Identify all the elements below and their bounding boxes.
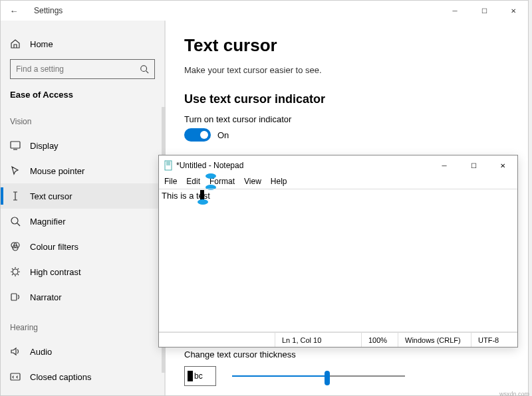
closed-captions-icon: [10, 371, 21, 382]
thickness-slider[interactable]: [232, 369, 405, 383]
display-icon: [10, 140, 21, 151]
menu-file[interactable]: File: [164, 177, 177, 186]
sidebar-item-home[interactable]: Home: [1, 33, 164, 55]
notepad-close-button[interactable]: ✕: [488, 155, 517, 175]
menu-view[interactable]: View: [244, 177, 261, 186]
notepad-title: *Untitled - Notepad: [176, 161, 243, 170]
page-title: Text cursor: [184, 35, 509, 56]
notepad-minimize-button[interactable]: ─: [430, 155, 459, 175]
notepad-menubar: File Edit Format View Help: [159, 175, 517, 189]
sidebar-item-magnifier[interactable]: Magnifier: [1, 209, 164, 234]
magnifier-icon: [10, 216, 21, 227]
section-hearing: Hearing: [1, 319, 164, 339]
category-title: Ease of Access: [1, 86, 164, 113]
sidebar-item-high-contrast[interactable]: High contrast: [1, 259, 164, 284]
high-contrast-icon: [10, 266, 21, 277]
narrator-icon: [10, 292, 21, 302]
home-icon: [10, 39, 21, 49]
sidebar-item-display[interactable]: Display: [1, 133, 164, 158]
thickness-cursor-bar: [188, 371, 193, 381]
text-cursor-icon: [10, 191, 21, 201]
audio-icon: [10, 346, 21, 357]
slider-thumb[interactable]: [325, 371, 330, 385]
status-zoom: 100%: [361, 333, 398, 347]
back-button[interactable]: ←: [1, 6, 27, 16]
toggle-state: On: [217, 130, 229, 140]
indicator-label: Turn on text cursor indicator: [184, 114, 509, 124]
status-eol: Windows (CRLF): [398, 333, 471, 347]
notepad-icon: [163, 160, 174, 171]
notepad-statusbar: Ln 1, Col 10 100% Windows (CRLF) UTF-8: [159, 332, 517, 347]
search-field[interactable]: [16, 64, 140, 74]
svg-point-6: [13, 269, 18, 274]
svg-rect-7: [11, 294, 17, 300]
indicator-heading: Use text cursor indicator: [184, 92, 509, 106]
settings-app-title: Settings: [27, 6, 63, 15]
thickness-preview: bc: [184, 366, 216, 386]
sidebar-item-mouse-pointer[interactable]: Mouse pointer: [1, 158, 164, 183]
colour-filters-icon: [10, 241, 21, 252]
notepad-titlebar[interactable]: *Untitled - Notepad ─ ☐ ✕: [159, 155, 517, 175]
svg-rect-8: [11, 373, 20, 380]
settings-titlebar: ← Settings ─ ☐ ✕: [1, 1, 528, 21]
sidebar-item-colour-filters[interactable]: Colour filters: [1, 234, 164, 259]
mouse-pointer-icon: [10, 165, 21, 176]
home-label: Home: [30, 39, 53, 49]
svg-rect-1: [11, 142, 20, 148]
status-position: Ln 1, Col 10: [275, 333, 361, 347]
search-icon: [140, 64, 149, 74]
search-input[interactable]: [10, 59, 155, 79]
watermark: wsxdn.com: [499, 391, 529, 396]
minimize-button[interactable]: ─: [440, 1, 469, 21]
menu-help[interactable]: Help: [271, 177, 287, 186]
indicator-toggle[interactable]: [184, 128, 211, 142]
text-cursor-with-indicator: [200, 189, 215, 219]
sidebar-item-narrator[interactable]: Narrator: [1, 284, 164, 310]
sidebar-item-audio[interactable]: Audio: [1, 339, 164, 364]
sidebar-item-text-cursor[interactable]: Text cursor: [1, 183, 164, 209]
status-encoding: UTF-8: [471, 333, 517, 347]
svg-point-2: [11, 217, 18, 224]
svg-point-0: [141, 66, 147, 72]
menu-format[interactable]: Format: [209, 177, 235, 186]
section-vision: Vision: [1, 113, 164, 133]
thickness-heading: Change text cursor thickness: [184, 349, 509, 359]
menu-edit[interactable]: Edit: [186, 177, 200, 186]
notepad-maximize-button[interactable]: ☐: [459, 155, 488, 175]
sidebar-item-closed-captions[interactable]: Closed captions: [1, 364, 164, 389]
close-button[interactable]: ✕: [499, 1, 528, 21]
notepad-window: *Untitled - Notepad ─ ☐ ✕ File Edit Form…: [158, 155, 518, 347]
settings-sidebar: Home Ease of Access Vision Display Mouse…: [1, 21, 166, 395]
notepad-text-area[interactable]: This is a test: [159, 189, 517, 332]
text-cursor-indicator: [205, 175, 216, 190]
maximize-button[interactable]: ☐: [469, 1, 499, 21]
page-subtitle: Make your text cursor easier to see.: [184, 65, 509, 75]
